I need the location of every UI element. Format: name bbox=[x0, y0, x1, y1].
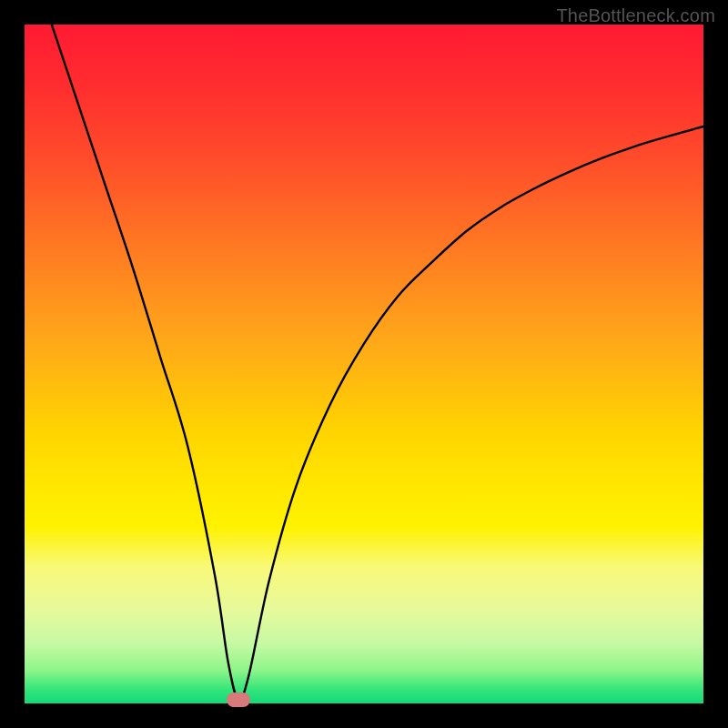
bottleneck-curve bbox=[52, 25, 703, 701]
curve-layer bbox=[25, 25, 703, 703]
chart-frame: TheBottleneck.com bbox=[0, 0, 728, 728]
optimal-point-marker bbox=[227, 693, 250, 707]
attribution-text: TheBottleneck.com bbox=[556, 5, 715, 26]
plot-area bbox=[25, 25, 703, 703]
